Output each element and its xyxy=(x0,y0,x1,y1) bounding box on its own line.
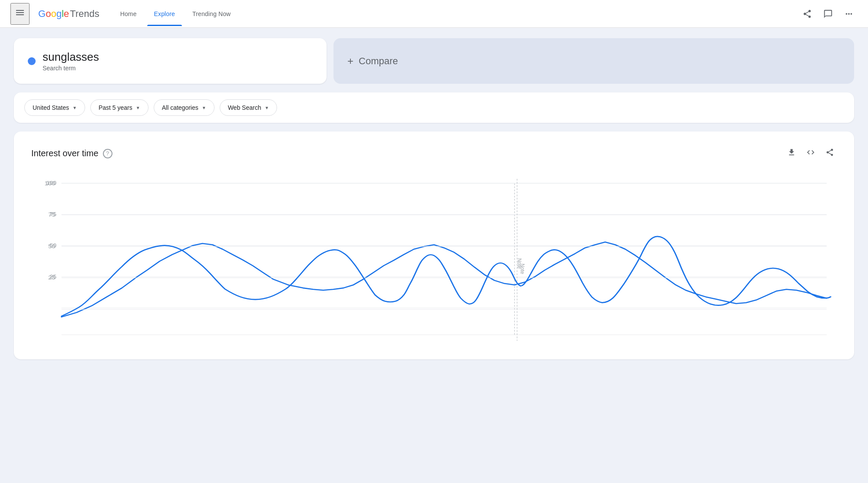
filter-category-label: All categories xyxy=(162,104,198,111)
chart-section: Interest over time ? xyxy=(14,131,854,359)
compare-label: Compare xyxy=(359,56,398,67)
header-left: Google Trends xyxy=(10,3,99,25)
chart-title-area: Interest over time ? xyxy=(31,148,112,158)
main-content: sunglasses Search term + Compare United … xyxy=(0,28,868,370)
nav-item-home[interactable]: Home xyxy=(113,2,144,26)
search-dot xyxy=(28,57,36,65)
chart-header: Interest over time ? xyxy=(31,145,837,161)
help-icon[interactable]: ? xyxy=(103,149,112,158)
search-term-type: Search term xyxy=(43,65,99,72)
logo-trends-text: Trends xyxy=(70,8,99,20)
feedback-button[interactable] xyxy=(819,5,837,23)
filter-location[interactable]: United States ▼ xyxy=(24,99,85,116)
filter-search-type-label: Web Search xyxy=(228,104,261,111)
apps-button[interactable] xyxy=(840,5,858,23)
header-nav: Home Explore Trending Now xyxy=(113,2,238,26)
share-button[interactable] xyxy=(799,5,816,23)
chart-actions xyxy=(785,145,837,161)
header-actions xyxy=(799,5,858,23)
header: Google Trends Home Explore Trending Now xyxy=(0,0,868,28)
search-term-card: sunglasses Search term xyxy=(14,38,327,84)
filter-location-label: United States xyxy=(33,104,69,111)
compare-card[interactable]: + Compare xyxy=(333,38,854,84)
chart-y-75: 75 xyxy=(48,211,56,218)
filters-section: United States ▼ Past 5 years ▼ All categ… xyxy=(14,92,854,123)
nav-item-explore[interactable]: Explore xyxy=(147,2,182,26)
location-chevron-icon: ▼ xyxy=(73,105,77,110)
chart-y-50: 50 xyxy=(48,243,56,250)
trend-chart-overlay: 100 75 50 25 Note xyxy=(31,179,837,345)
download-button[interactable] xyxy=(785,145,799,161)
logo-google-text: Google xyxy=(38,8,69,20)
nav-item-trending[interactable]: Trending Now xyxy=(185,2,238,26)
chart-container: 100 75 50 25 Note xyxy=(31,179,837,345)
category-chevron-icon: ▼ xyxy=(202,105,206,110)
chart-y-100: 100 xyxy=(45,180,56,186)
embed-button[interactable] xyxy=(804,145,818,161)
filter-search-type[interactable]: Web Search ▼ xyxy=(220,99,277,116)
share-chart-button[interactable] xyxy=(823,145,837,161)
search-type-chevron-icon: ▼ xyxy=(264,105,269,110)
time-chevron-icon: ▼ xyxy=(136,105,140,110)
search-term-name: sunglasses xyxy=(43,50,99,64)
chart-note: Note xyxy=(519,264,526,274)
logo[interactable]: Google Trends xyxy=(38,8,99,20)
search-term-info: sunglasses Search term xyxy=(43,50,99,72)
compare-plus-icon: + xyxy=(347,55,353,67)
search-section: sunglasses Search term + Compare xyxy=(14,38,854,84)
filter-category[interactable]: All categories ▼ xyxy=(154,99,215,116)
filter-time[interactable]: Past 5 years ▼ xyxy=(90,99,149,116)
chart-title: Interest over time xyxy=(31,148,99,158)
hamburger-button[interactable] xyxy=(10,3,30,25)
chart-y-25: 25 xyxy=(48,274,56,281)
filter-time-label: Past 5 years xyxy=(99,104,132,111)
